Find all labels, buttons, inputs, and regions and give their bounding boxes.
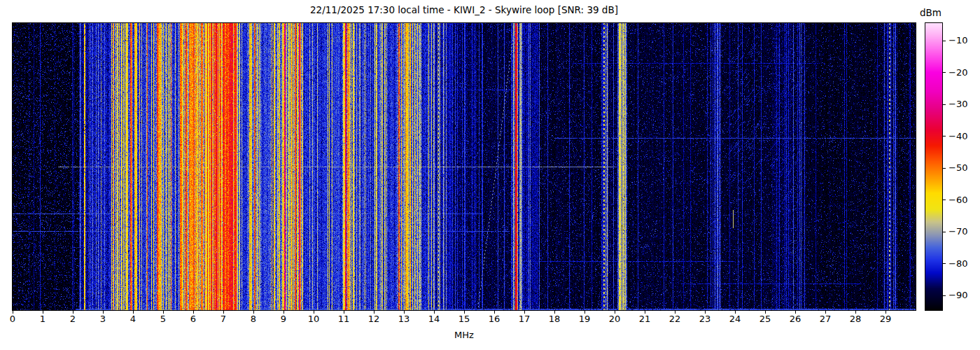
x-tick-label: 25 (753, 314, 777, 324)
x-tick-label: 27 (813, 314, 837, 324)
x-tick-label: 1 (31, 314, 55, 324)
x-tick-label: 20 (603, 314, 626, 324)
x-tick-label: 22 (663, 314, 687, 324)
colorbar-tick-label: −80 (948, 259, 967, 269)
x-tick-label: 17 (512, 314, 536, 324)
x-tick-label: 5 (151, 314, 175, 324)
spectrogram-figure: 22/11/2025 17:30 local time - KIWI_2 - S… (0, 0, 980, 350)
x-tick-label: 16 (482, 314, 506, 324)
x-tick-label: 18 (542, 314, 566, 324)
x-tick-label: 8 (241, 314, 265, 324)
x-tick-label: 14 (422, 314, 446, 324)
x-tick-label: 7 (211, 314, 235, 324)
x-tick-label: 26 (783, 314, 807, 324)
x-tick-label: 9 (272, 314, 295, 324)
colorbar-tick-mark (943, 168, 946, 169)
colorbar-tick-mark (943, 263, 946, 264)
colorbar-label: dBm (920, 7, 941, 18)
x-tick-label: 21 (633, 314, 657, 324)
x-tick-label: 13 (392, 314, 416, 324)
colorbar-tick-label: −90 (948, 290, 967, 300)
x-tick-label: 29 (874, 314, 897, 324)
colorbar-tick-mark (943, 232, 946, 232)
x-tick-label: 24 (723, 314, 747, 324)
x-tick-label: 10 (302, 314, 326, 324)
x-tick-label: 12 (362, 314, 386, 324)
colorbar-tick-label: −50 (948, 163, 967, 173)
plot-title: 22/11/2025 17:30 local time - KIWI_2 - S… (13, 4, 916, 15)
colorbar-tick-label: −30 (948, 99, 967, 109)
colorbar-tick-mark (943, 295, 946, 296)
colorbar-tick-mark (943, 41, 946, 41)
x-tick-label: 0 (1, 314, 24, 324)
x-tick-label: 4 (121, 314, 145, 324)
colorbar-tick-label: −10 (948, 36, 967, 46)
colorbar-tick-label: −70 (948, 227, 967, 237)
x-axis-label: MHz (13, 330, 916, 340)
colorbar-tick-label: −20 (948, 68, 967, 78)
colorbar-tick-mark (943, 72, 946, 73)
colorbar (925, 23, 942, 310)
colorbar-tick-mark (943, 104, 946, 105)
spectrogram-plot (13, 23, 916, 310)
x-tick-label: 19 (573, 314, 596, 324)
x-tick-label: 11 (332, 314, 356, 324)
x-tick-label: 6 (181, 314, 205, 324)
x-tick-label: 2 (61, 314, 85, 324)
x-tick-label: 15 (452, 314, 476, 324)
x-tick-label: 28 (844, 314, 867, 324)
x-tick-label: 23 (693, 314, 717, 324)
x-tick-label: 3 (91, 314, 115, 324)
colorbar-tick-mark (943, 200, 946, 200)
colorbar-tick-label: −60 (948, 195, 967, 205)
colorbar-tick-mark (943, 136, 946, 136)
colorbar-tick-label: −40 (948, 132, 967, 141)
